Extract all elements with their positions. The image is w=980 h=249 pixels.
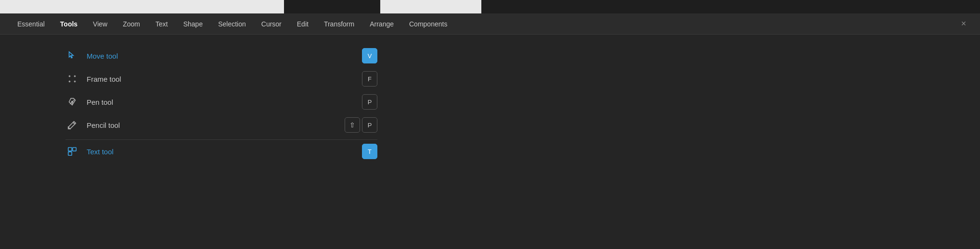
pen-tool-label: Pen tool bbox=[87, 98, 362, 106]
move-tool-key-v: V bbox=[362, 48, 377, 63]
top-panel-rest bbox=[481, 0, 980, 13]
menu-item-selection[interactable]: Selection bbox=[210, 17, 254, 31]
menu-item-edit[interactable]: Edit bbox=[289, 17, 316, 31]
top-panel-gap1 bbox=[284, 0, 380, 13]
pen-tool-shortcuts: P bbox=[362, 94, 377, 110]
menu-item-arrange[interactable]: Arrange bbox=[362, 17, 401, 31]
menu-item-essential[interactable]: Essential bbox=[10, 17, 52, 31]
tools-panel: Move tool V Frame tool bbox=[0, 35, 980, 249]
top-panel-middle bbox=[380, 0, 481, 13]
tool-item-frame[interactable]: Frame tool F bbox=[58, 67, 385, 90]
frame-tool-key-f: F bbox=[362, 71, 377, 87]
menu-item-tools[interactable]: Tools bbox=[52, 17, 85, 31]
pen-tool-key-p: P bbox=[362, 94, 377, 110]
menu-item-cursor[interactable]: Cursor bbox=[254, 17, 289, 31]
menu-item-zoom[interactable]: Zoom bbox=[115, 17, 148, 31]
svg-rect-11 bbox=[68, 148, 72, 151]
top-panel-left bbox=[0, 0, 284, 13]
menu-item-text[interactable]: Text bbox=[148, 17, 176, 31]
menu-item-components[interactable]: Components bbox=[401, 17, 455, 31]
pen-tool-icon bbox=[65, 95, 79, 109]
svg-rect-12 bbox=[73, 148, 76, 151]
svg-rect-13 bbox=[68, 152, 72, 155]
menu-item-transform[interactable]: Transform bbox=[316, 17, 362, 31]
tool-item-text[interactable]: Text tool T bbox=[58, 143, 385, 160]
pencil-tool-icon bbox=[65, 118, 79, 132]
pencil-tool-shortcuts: ⇧ P bbox=[345, 117, 377, 133]
content-area: Move tool V Frame tool bbox=[0, 35, 980, 249]
frame-tool-label: Frame tool bbox=[87, 75, 362, 83]
tool-item-pen[interactable]: Pen tool P bbox=[58, 90, 385, 113]
shift-icon: ⇧ bbox=[349, 121, 355, 129]
tool-item-pencil[interactable]: Pencil tool ⇧ P bbox=[58, 113, 385, 137]
move-tool-icon bbox=[65, 49, 79, 62]
frame-tool-icon bbox=[65, 72, 79, 86]
pencil-tool-key-p: P bbox=[362, 117, 377, 133]
move-tool-shortcuts: V bbox=[362, 48, 377, 63]
menu-item-view[interactable]: View bbox=[85, 17, 115, 31]
tool-item-move[interactable]: Move tool V bbox=[58, 44, 385, 67]
menu-item-shape[interactable]: Shape bbox=[176, 17, 210, 31]
pencil-tool-label: Pencil tool bbox=[87, 121, 345, 129]
frame-tool-shortcuts: F bbox=[362, 71, 377, 87]
top-panels-area bbox=[0, 0, 980, 13]
text-tool-icon bbox=[65, 145, 79, 158]
pencil-tool-key-shift: ⇧ bbox=[345, 117, 360, 133]
text-tool-label: Text tool bbox=[87, 148, 362, 156]
text-tool-shortcuts: T bbox=[362, 144, 377, 159]
tools-divider bbox=[65, 139, 377, 140]
menu-bar: Essential Tools View Zoom Text Shape Sel… bbox=[0, 13, 980, 35]
move-tool-label: Move tool bbox=[87, 52, 362, 60]
text-tool-key-t: T bbox=[362, 144, 377, 159]
close-button[interactable]: × bbox=[957, 17, 970, 31]
